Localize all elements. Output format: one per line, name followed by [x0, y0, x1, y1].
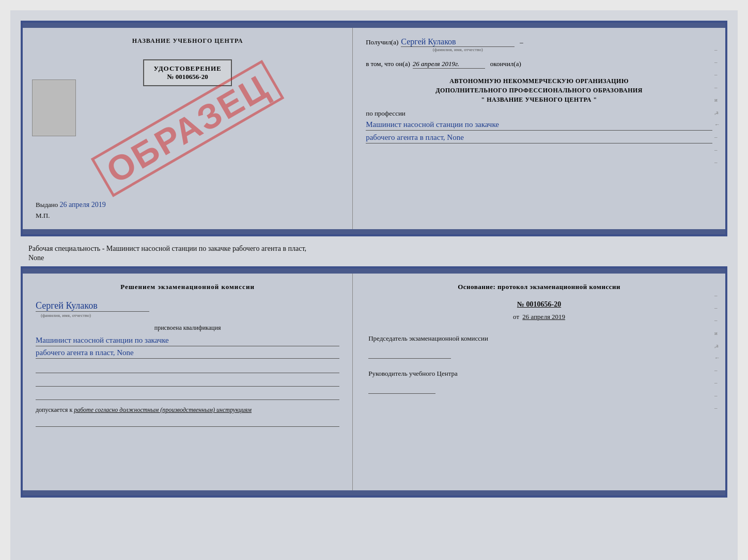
org-block: АВТОНОМНУЮ НЕКОММЕРЧЕСКУЮ ОРГАНИЗАЦИЮ ДО… — [366, 76, 712, 104]
ot-line: от 26 апреля 2019 — [368, 313, 710, 321]
separator-text-2: None — [21, 254, 727, 266]
udostoverenie-box: УДОСТОВЕРЕНИЕ № 0010656-20 — [143, 59, 231, 86]
predsedatel-signature-line — [368, 346, 451, 359]
prisvoyena-text: присвоена квалификация — [36, 324, 339, 332]
udostoverenie-number: № 0010656-20 — [153, 73, 221, 81]
vtom-date: 26 апреля 2019г. — [413, 60, 485, 69]
po-professii-label: по профессии — [366, 109, 712, 118]
top-center-title: НАЗВАНИЕ УЧЕБНОГО ЦЕНТРА — [132, 37, 243, 45]
protocol-number: № 0010656-20 — [368, 300, 710, 309]
photo-placeholder — [32, 79, 76, 136]
dopuskaetsya-label: допускается к — [36, 406, 72, 413]
vibano-label: Выдано — [36, 201, 58, 209]
profession-line1: Машинист насосной станции по закачке — [366, 120, 712, 131]
top-right-panel: Получил(а) Сергей Кулаков (фамилия, имя,… — [353, 28, 725, 229]
empty-line-1 — [36, 363, 339, 373]
osnovanie-title: Основание: протокол экзаменационной коми… — [368, 283, 710, 291]
vtom-label: в том, что он(а) — [366, 60, 410, 68]
poluchil-label: Получил(а) — [366, 38, 398, 46]
profession-line2: рабочего агента в пласт, None — [366, 133, 712, 143]
predsedatel-label: Председатель экзаменационной комиссии — [368, 334, 710, 343]
ot-date: 26 апреля 2019 — [522, 313, 565, 321]
empty-line-4 — [36, 417, 339, 427]
udostoverenie-title: УДОСТОВЕРЕНИЕ — [153, 65, 221, 73]
vtom-row: в том, что он(а) 26 апреля 2019г. окончи… — [366, 60, 712, 69]
dopuskaetsya-row: допускается к работе согласно должностны… — [36, 406, 339, 414]
qualification-line2: рабочего агента в пласт, None — [36, 348, 339, 359]
okonchill-label: окончил(а) — [490, 60, 521, 68]
vibano-date: 26 апреля 2019 — [60, 201, 106, 209]
bottom-right-panel: Основание: протокол экзаменационной коми… — [353, 274, 725, 490]
poluchil-hint: (фамилия, имя, отчество) — [401, 47, 515, 52]
right-dashes-bottom: ––– и,а← –––– — [714, 289, 720, 414]
dash-sep: – — [520, 38, 523, 46]
vibano-line: Выдано 26 апреля 2019 — [33, 201, 106, 209]
org-line1: АВТОНОМНУЮ НЕКОММЕРЧЕСКУЮ ОРГАНИЗАЦИЮ — [366, 76, 712, 86]
bottom-name-hint: (фамилия, имя, отчество) — [36, 313, 339, 318]
top-left-panel: НАЗВАНИЕ УЧЕБНОГО ЦЕНТРА УДОСТОВЕРЕНИЕ №… — [23, 28, 353, 229]
rukovoditel-signature-line — [368, 381, 435, 394]
bottom-document: Решением экзаменационной комиссии Сергей… — [21, 266, 727, 498]
org-line3: " НАЗВАНИЕ УЧЕБНОГО ЦЕНТРА " — [366, 95, 712, 104]
ot-label: от — [513, 313, 519, 321]
poluchil-value: Сергей Кулаков — [401, 37, 515, 47]
bottom-name-value: Сергей Кулаков — [36, 300, 149, 312]
separator-text-1: Рабочая специальность - Машинист насосно… — [21, 242, 727, 254]
mp-line: М.П. — [33, 212, 50, 220]
empty-line-3 — [36, 390, 339, 400]
resheniyem-title: Решением экзаменационной комиссии — [36, 283, 339, 291]
bottom-left-panel: Решением экзаменационной комиссии Сергей… — [23, 274, 353, 490]
rukovoditel-label: Руководитель учебного Центра — [368, 369, 710, 378]
poluchil-row: Получил(а) Сергей Кулаков (фамилия, имя,… — [366, 37, 712, 52]
right-dashes: –––– и,а← ––– — [714, 43, 720, 168]
qualification-line1: Машинист насосной станции по закачке — [36, 336, 339, 346]
org-line2: ДОПОЛНИТЕЛЬНОГО ПРОФЕССИОНАЛЬНОГО ОБРАЗО… — [366, 86, 712, 95]
empty-line-2 — [36, 376, 339, 387]
dopuskaetsya-value: работе согласно должностным (производств… — [74, 406, 252, 413]
